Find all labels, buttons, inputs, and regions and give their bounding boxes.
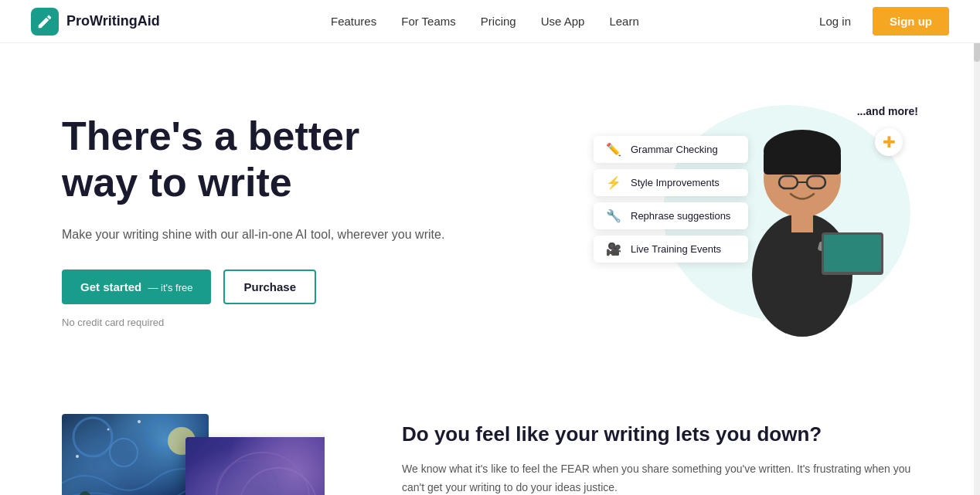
hero-title-line2: way to write bbox=[62, 160, 292, 205]
second-section-title: Do you feel like your writing lets you d… bbox=[402, 422, 918, 448]
svg-rect-7 bbox=[791, 213, 813, 232]
plus-badge: ✚ bbox=[875, 128, 903, 156]
rephrase-label: Rephrase suggestions bbox=[631, 210, 730, 222]
get-started-label: Get started bbox=[80, 280, 141, 293]
logo-icon bbox=[31, 8, 59, 36]
logo[interactable]: ProWritingAid bbox=[31, 8, 160, 36]
feature-card-rephrase: 🔧 Rephrase suggestions bbox=[594, 202, 748, 229]
hero-title: There's a better way to write bbox=[62, 114, 444, 206]
logo-text: ProWritingAid bbox=[66, 13, 160, 29]
navbar: ProWritingAid Features For Teams Pricing… bbox=[0, 0, 980, 43]
style-label: Style Improvements bbox=[631, 177, 720, 188]
hero-buttons: Get started — it's free Purchase bbox=[62, 270, 444, 304]
svg-point-15 bbox=[76, 455, 79, 458]
signup-button[interactable]: Sign up bbox=[873, 7, 949, 36]
style-icon: ⚡ bbox=[604, 175, 623, 190]
training-icon: 🎥 bbox=[604, 242, 623, 256]
rephrase-icon: 🔧 bbox=[604, 209, 623, 223]
nav-use-app[interactable]: Use App bbox=[541, 15, 585, 28]
svg-rect-3 bbox=[764, 151, 841, 175]
nav-for-teams[interactable]: For Teams bbox=[401, 15, 456, 28]
hero-left: There's a better way to write Make your … bbox=[62, 114, 444, 327]
abstract-image bbox=[185, 437, 325, 495]
second-left-images: My idea in my head bbox=[62, 414, 356, 495]
feature-cards: ✏️ Grammar Checking ⚡ Style Improvements… bbox=[594, 136, 748, 263]
second-section: My idea in my head Do you feel like your… bbox=[0, 383, 980, 495]
second-right-content: Do you feel like your writing lets you d… bbox=[402, 414, 918, 495]
training-label: Live Training Events bbox=[631, 243, 721, 255]
nav-learn[interactable]: Learn bbox=[609, 15, 638, 28]
login-button[interactable]: Log in bbox=[810, 10, 860, 32]
svg-point-11 bbox=[73, 418, 112, 456]
no-credit-text: No credit card required bbox=[62, 317, 444, 328]
feature-card-style: ⚡ Style Improvements bbox=[594, 169, 748, 196]
feature-card-training: 🎥 Live Training Events bbox=[594, 236, 748, 263]
hero-title-line1: There's a better bbox=[62, 114, 359, 158]
nav-actions: Log in Sign up bbox=[810, 7, 949, 36]
get-started-sub: — it's free bbox=[148, 282, 192, 293]
second-section-text: We know what it's like to feel the FEAR … bbox=[402, 460, 918, 495]
nav-features[interactable]: Features bbox=[331, 15, 376, 28]
svg-point-17 bbox=[138, 420, 141, 423]
grammar-label: Grammar Checking bbox=[631, 144, 718, 155]
grammar-icon: ✏️ bbox=[604, 142, 623, 157]
svg-point-16 bbox=[107, 429, 110, 431]
hero-subtitle: Make your writing shine with our all-in-… bbox=[62, 225, 444, 245]
purchase-button[interactable]: Purchase bbox=[223, 270, 316, 304]
scrollbar-track[interactable] bbox=[974, 0, 980, 495]
hero-illustration: ...and more! bbox=[594, 90, 918, 352]
svg-point-12 bbox=[110, 439, 138, 466]
feature-card-grammar: ✏️ Grammar Checking bbox=[594, 136, 748, 163]
art-images: My idea in my head bbox=[62, 414, 325, 495]
get-started-button[interactable]: Get started — it's free bbox=[62, 270, 211, 304]
svg-rect-10 bbox=[824, 235, 881, 272]
hero-section: There's a better way to write Make your … bbox=[0, 43, 980, 383]
nav-links: Features For Teams Pricing Use App Learn bbox=[331, 15, 639, 29]
nav-pricing[interactable]: Pricing bbox=[481, 15, 516, 28]
